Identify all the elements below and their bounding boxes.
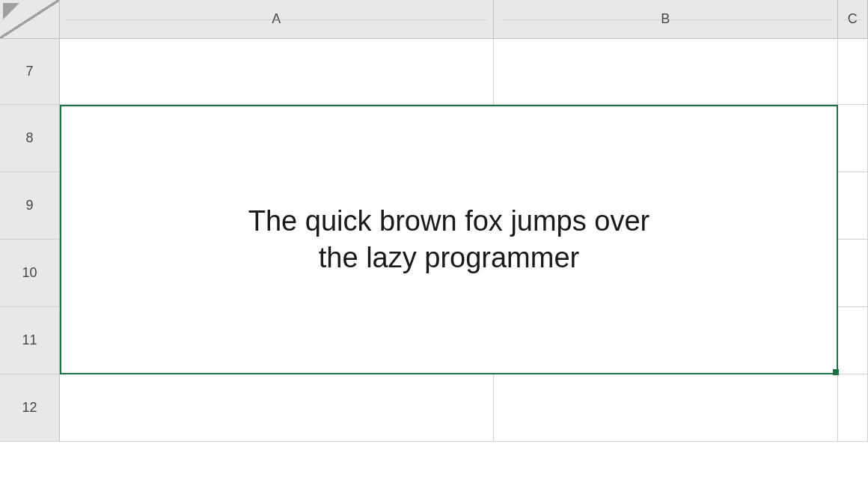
cell-b12[interactable] [494, 374, 838, 442]
column-b-label: B [661, 11, 670, 27]
column-header-b[interactable]: B [494, 0, 838, 39]
cell-b7[interactable] [494, 39, 838, 105]
cell-c8[interactable] [838, 105, 868, 172]
column-header-c[interactable]: C [838, 0, 868, 39]
merged-cell-content: The quick brown fox jumps over the lazy … [233, 195, 664, 285]
row-numbers-column: 7 8 9 10 11 12 [0, 39, 60, 498]
merged-cell-line2: the lazy programmer [319, 242, 579, 273]
row-num-8[interactable]: 8 [0, 105, 60, 172]
cell-c7[interactable] [838, 39, 868, 105]
merged-cell-line1: The quick brown fox jumps over [248, 205, 650, 237]
select-all-corner[interactable] [0, 0, 60, 39]
grid-row-12 [60, 374, 868, 442]
cell-c9[interactable] [838, 172, 868, 240]
corner-triangle-icon [3, 3, 19, 19]
row-num-10[interactable]: 10 [0, 240, 60, 307]
row-num-9[interactable]: 9 [0, 172, 60, 240]
column-headers-row: A B C [0, 0, 868, 39]
column-c-label: C [848, 11, 858, 27]
spreadsheet: A B C 7 8 9 10 11 [0, 0, 868, 498]
row-num-11[interactable]: 11 [0, 307, 60, 374]
rows-area: 7 8 9 10 11 12 [0, 39, 868, 498]
cell-a12[interactable] [60, 374, 494, 442]
grid-area: The quick brown fox jumps over the lazy … [60, 39, 868, 498]
merged-cell-a8-b11[interactable]: The quick brown fox jumps over the lazy … [60, 105, 838, 374]
row-num-12[interactable]: 12 [0, 374, 60, 442]
resize-handle-icon[interactable] [833, 369, 839, 375]
cell-c11[interactable] [838, 307, 868, 374]
cell-c10[interactable] [838, 240, 868, 307]
row-num-7[interactable]: 7 [0, 39, 60, 105]
column-a-label: A [272, 11, 281, 27]
cell-c12[interactable] [838, 374, 868, 442]
column-header-a[interactable]: A [60, 0, 494, 39]
grid-row-7 [60, 39, 868, 105]
cell-a7[interactable] [60, 39, 494, 105]
